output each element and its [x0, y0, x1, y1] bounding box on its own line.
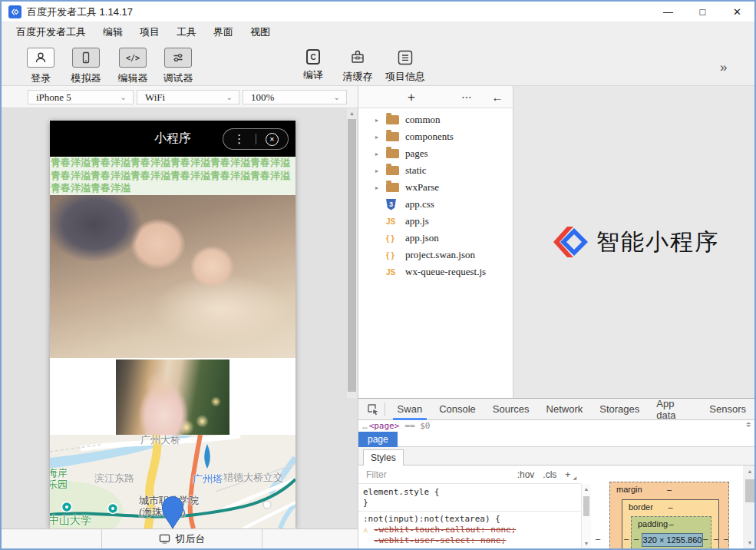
zoom-value: 100% [251, 91, 274, 104]
tree-folder-components[interactable]: ▸ components [358, 128, 513, 145]
box-model-scrollbar[interactable]: ▲ ▼ [743, 466, 756, 548]
maximize-button[interactable]: □ [685, 2, 720, 22]
network-select[interactable]: WiFi ⌄ [137, 90, 239, 104]
menu-dots-button[interactable]: ⋮ [223, 129, 256, 149]
tree-folder-wxparse[interactable]: ▸ wxParse [358, 179, 513, 196]
scrollbar-thumb[interactable] [348, 119, 356, 392]
rule-element-style-close: } [363, 498, 581, 509]
photo-girl-christmas[interactable] [116, 359, 229, 435]
rule-divider [358, 511, 581, 512]
tree-file-projectswanjson[interactable]: { } project.swan.json [358, 247, 513, 263]
toggle-class[interactable]: .cls [543, 469, 556, 480]
tab-sensors[interactable]: Sensors [701, 399, 754, 420]
box-model-padding[interactable]: padding – 320 × 1255.860 [631, 516, 711, 548]
menu-app[interactable]: 百度开发者工具 [8, 22, 94, 41]
rule-element-style-open[interactable]: element.style { [363, 487, 581, 498]
photo-children[interactable] [50, 195, 295, 358]
map-view[interactable]: 广州大桥 滨江东路 广州塔 猎德大桥立交 城市职业学院 (海珠校区) 海岸 乐园… [50, 435, 295, 528]
selected-element-tag[interactable]: <page> [369, 421, 400, 431]
tab-sources[interactable]: Sources [484, 399, 538, 420]
tab-swan[interactable]: Swan [389, 399, 431, 420]
menu-project[interactable]: 项目 [131, 22, 168, 41]
js-file-icon: JS [386, 268, 395, 277]
login-label: 登录 [18, 71, 64, 85]
window-title: 百度开发者工具 1.14.17 [27, 2, 133, 22]
element-tree-row[interactable]: … <page> == $0 ≑ [358, 420, 754, 432]
folder-icon [386, 149, 399, 158]
phone-icon [80, 51, 92, 64]
menu-edit[interactable]: 编辑 [94, 22, 131, 41]
chevron-down-icon: ⌄ [334, 93, 340, 101]
css-property-user-select[interactable]: -webkit-user-select: none; [374, 535, 506, 545]
clear-cache-button[interactable]: 清缓存 [335, 48, 381, 84]
collapse-panel-button[interactable]: ← [487, 86, 507, 108]
styles-filter-input[interactable] [358, 469, 443, 480]
tree-file-wxqueuerequestjs[interactable]: JS wx-queue-request.js [358, 263, 513, 280]
breadcrumb-page[interactable]: page [358, 432, 398, 447]
code-icon: </> [126, 54, 140, 62]
tab-console[interactable]: Console [431, 399, 484, 420]
close-mini-program-button[interactable]: ✕ [256, 129, 289, 149]
devtools-panel: Swan Console Sources Network Storages Ap… [358, 398, 754, 548]
expander-icon[interactable]: ▸ [375, 167, 386, 174]
expander-icon[interactable]: ▸ [375, 184, 386, 191]
scrollbar-thumb[interactable] [745, 479, 754, 502]
project-info-button[interactable]: 项目信息 [382, 48, 428, 84]
tab-divider [385, 403, 385, 416]
tree-folder-pages[interactable]: ▸ pages [358, 145, 513, 162]
menu-tools[interactable]: 工具 [168, 22, 205, 41]
scroll-up-icon[interactable]: ▲ [347, 111, 357, 116]
inspect-element-button[interactable] [365, 399, 381, 419]
simulator-scrollbar[interactable]: ▲ [347, 108, 357, 398]
expander-icon[interactable]: ▸ [375, 117, 386, 124]
tab-appdata[interactable]: App data [648, 399, 701, 420]
debugger-toggle-button[interactable]: 调试器 [155, 48, 201, 85]
tree-folder-common[interactable]: ▸ common [358, 111, 513, 128]
toolbar-overflow-button[interactable]: » [720, 60, 727, 75]
rule-not-input-selector[interactable]: :not(input):not(textarea) { [363, 514, 581, 525]
tree-file-appjson[interactable]: { } app.json [358, 230, 513, 247]
compile-button[interactable]: C 编译 [293, 48, 333, 82]
map-label-bridge: 广州大桥 [140, 435, 180, 447]
element-breadcrumb: page [358, 432, 754, 447]
more-options-button[interactable]: ⋯ [457, 86, 477, 108]
menu-interface[interactable]: 界面 [205, 22, 242, 41]
expander-icon[interactable]: ▸ [375, 151, 386, 157]
tree-file-appjs[interactable]: JS app.js [358, 213, 513, 230]
tree-file-appcss[interactable]: 3 app.css [358, 196, 513, 213]
scrollbar-thumb[interactable] [583, 496, 589, 516]
editor-toggle-button[interactable]: </> 编辑器 [110, 48, 156, 85]
simulator-toggle-button[interactable]: 模拟器 [63, 48, 109, 85]
css-property-touch-callout[interactable]: -webkit-touch-callout: none; [374, 525, 516, 535]
scroll-up-icon[interactable]: ▲ [582, 486, 591, 492]
css-property-row[interactable]: ⚠ -webkit-touch-callout: none; [363, 525, 581, 535]
folder-icon [386, 132, 399, 141]
zoom-select[interactable]: 100% ⌄ [243, 90, 347, 104]
device-select[interactable]: iPhone 5 ⌄ [28, 90, 134, 104]
close-button[interactable]: ✕ [720, 2, 754, 22]
scroll-adjust-icon[interactable]: ≑ [746, 420, 751, 429]
switch-background-button[interactable]: 切后台 [101, 529, 262, 548]
new-style-rule-button[interactable]: + [565, 469, 570, 480]
menu-view[interactable]: 视图 [242, 22, 279, 41]
box-model-content[interactable]: 320 × 1255.860 [642, 533, 703, 547]
scroll-down-icon[interactable]: ▼ [582, 541, 591, 546]
add-file-button[interactable]: + [401, 86, 421, 108]
editor-label: 编辑器 [110, 71, 156, 85]
styles-scrollbar[interactable]: ▲ ▼ [581, 484, 591, 548]
tab-network[interactable]: Network [538, 399, 592, 420]
scroll-down-icon[interactable]: ▼ [743, 540, 756, 545]
map-label-coast-park: 海岸 乐园 [50, 467, 68, 490]
scroll-up-icon[interactable]: ▲ [743, 469, 756, 474]
map-label-interchange: 猎德大桥立交 [223, 471, 283, 485]
tab-styles[interactable]: Styles [363, 449, 404, 466]
tree-folder-static[interactable]: ▸ static [358, 162, 513, 179]
expander-icon[interactable]: ▸ [375, 134, 386, 141]
login-button[interactable]: 登录 [18, 48, 64, 85]
tab-storages[interactable]: Storages [591, 399, 648, 420]
minimize-button[interactable]: — [651, 2, 685, 22]
marquee-text[interactable]: 青春洋溢青春洋溢青春洋溢青春洋溢青春洋溢青春洋溢青春洋溢青春洋溢青春洋溢青春洋溢… [50, 157, 295, 195]
toggle-hover-state[interactable]: :hov [517, 469, 535, 480]
css-property-row[interactable]: -webkit-user-select: none; [363, 535, 581, 546]
map-label-road: 滨江东路 [94, 472, 134, 485]
